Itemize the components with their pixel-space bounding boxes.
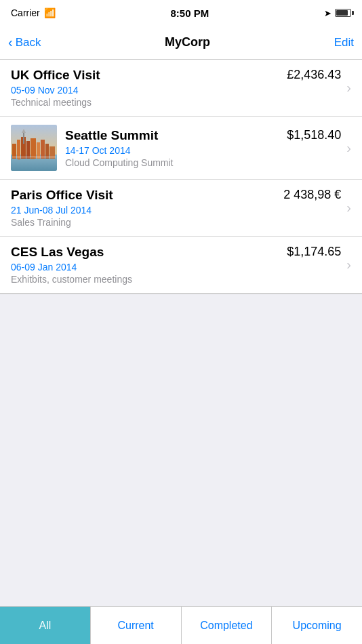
status-bar: Carrier 📶 8:50 PM ➤ <box>0 0 362 26</box>
item-title: CES Las Vegas <box>11 245 281 260</box>
battery-icon <box>335 9 351 17</box>
tab-current-label: Current <box>117 620 153 632</box>
item-header: Paris Office Visit 2 438,98 € <box>11 188 341 203</box>
status-left: Carrier 📶 <box>11 7 56 18</box>
item-content: UK Office Visit £2,436.43 05-09 Nov 2014… <box>11 68 341 108</box>
svg-rect-6 <box>31 138 36 159</box>
item-description: Exhitbits, customer meetings <box>11 274 341 285</box>
page-title: MyCorp <box>165 35 210 49</box>
svg-rect-3 <box>17 140 20 159</box>
navigation-bar: ‹ Back MyCorp Edit <box>0 26 362 60</box>
tab-current[interactable]: Current <box>91 607 182 644</box>
empty-content-area <box>0 294 362 616</box>
chevron-right-icon: › <box>346 200 351 216</box>
svg-rect-15 <box>30 157 35 159</box>
tab-all[interactable]: All <box>0 607 91 644</box>
item-content: Seattle Summit $1,518.40 14-17 Oct 2014 … <box>65 128 341 168</box>
item-header: UK Office Visit £2,436.43 <box>11 68 341 83</box>
list-item[interactable]: Seattle Summit $1,518.40 14-17 Oct 2014 … <box>0 117 362 180</box>
location-icon: ➤ <box>324 8 331 18</box>
chevron-left-icon: ‹ <box>8 35 13 50</box>
item-header: CES Las Vegas $1,174.65 <box>11 245 341 260</box>
svg-rect-14 <box>18 159 20 160</box>
back-button[interactable]: ‹ Back <box>8 35 41 50</box>
tab-bar: All Current Completed Upcoming <box>0 606 362 644</box>
item-title: Seattle Summit <box>65 128 281 143</box>
wifi-icon: 📶 <box>44 7 56 18</box>
list-item[interactable]: CES Las Vegas $1,174.65 06-09 Jan 2014 E… <box>0 237 362 294</box>
chevron-right-icon: › <box>346 80 351 96</box>
item-date: 14-17 Oct 2014 <box>65 145 341 156</box>
item-thumbnail <box>11 125 57 171</box>
edit-button[interactable]: Edit <box>334 36 354 49</box>
item-amount: $1,174.65 <box>287 245 341 259</box>
chevron-right-icon: › <box>346 140 351 156</box>
tab-completed-label: Completed <box>200 620 252 632</box>
tab-upcoming[interactable]: Upcoming <box>272 607 362 644</box>
item-amount: £2,436.43 <box>287 68 341 82</box>
status-time: 8:50 PM <box>171 7 209 19</box>
item-title: UK Office Visit <box>11 68 281 83</box>
list-item[interactable]: Paris Office Visit 2 438,98 € 21 Jun-08 … <box>0 180 362 237</box>
tab-completed[interactable]: Completed <box>182 607 273 644</box>
list-item[interactable]: UK Office Visit £2,436.43 05-09 Nov 2014… <box>0 60 362 117</box>
item-amount: $1,518.40 <box>287 128 341 142</box>
item-header: Seattle Summit $1,518.40 <box>65 128 341 143</box>
item-date: 06-09 Jan 2014 <box>11 262 341 273</box>
item-amount: 2 438,98 € <box>283 188 341 202</box>
carrier-label: Carrier <box>11 7 40 18</box>
svg-rect-11 <box>23 132 24 144</box>
svg-rect-8 <box>41 140 45 159</box>
item-description: Technical meetings <box>11 97 341 108</box>
tab-upcoming-label: Upcoming <box>293 620 342 632</box>
item-description: Sales Training <box>11 217 341 228</box>
item-date: 21 Jun-08 Jul 2014 <box>11 205 341 216</box>
trips-list: UK Office Visit £2,436.43 05-09 Nov 2014… <box>0 60 362 294</box>
status-right: ➤ <box>324 8 351 18</box>
item-content: Paris Office Visit 2 438,98 € 21 Jun-08 … <box>11 188 341 228</box>
item-content: CES Las Vegas $1,174.65 06-09 Jan 2014 E… <box>11 245 341 285</box>
item-title: Paris Office Visit <box>11 188 278 203</box>
item-date: 05-09 Nov 2014 <box>11 85 341 96</box>
tab-all-label: All <box>39 620 51 632</box>
chevron-right-icon: › <box>346 257 351 273</box>
back-label: Back <box>16 36 41 49</box>
item-description: Cloud Computing Summit <box>65 157 341 168</box>
